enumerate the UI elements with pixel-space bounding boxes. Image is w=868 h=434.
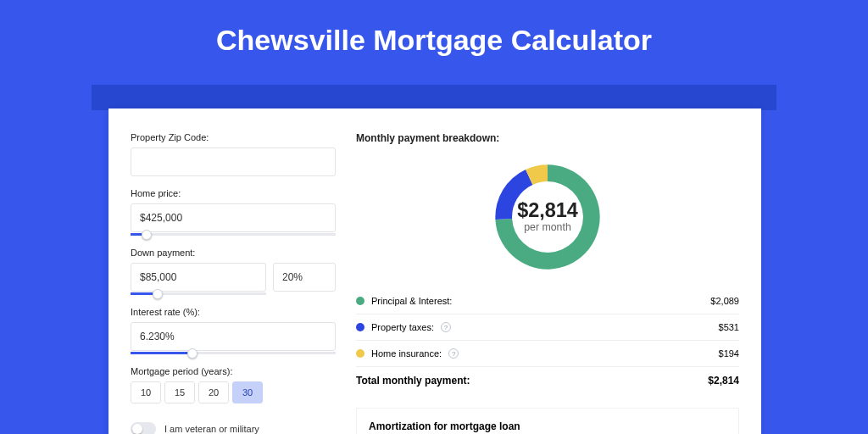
down-payment-percent-input[interactable] (273, 263, 336, 292)
down-payment-label: Down payment: (131, 248, 336, 258)
interest-rate-input[interactable] (131, 322, 336, 351)
legend-label: Principal & Interest: (371, 296, 452, 306)
legend-value: $531 (719, 322, 739, 332)
legend-dot (356, 323, 364, 331)
period-button-15[interactable]: 15 (164, 381, 195, 403)
form-column: Property Zip Code: Home price: Down paym… (131, 132, 336, 434)
breakdown-title: Monthly payment breakdown: (356, 132, 739, 144)
veteran-label: I am veteran or military (164, 424, 259, 434)
donut-center-sublabel: per month (524, 221, 571, 233)
zip-label: Property Zip Code: (131, 132, 336, 142)
legend: Principal & Interest:$2,089Property taxe… (356, 288, 739, 366)
total-label: Total monthly payment: (356, 375, 470, 387)
down-payment-input[interactable] (131, 263, 266, 292)
legend-row: Home insurance:?$194 (356, 340, 739, 366)
legend-value: $194 (719, 348, 739, 359)
total-row: Total monthly payment: $2,814 (356, 366, 739, 394)
period-button-30[interactable]: 30 (232, 381, 263, 403)
breakdown-column: Monthly payment breakdown: $2,814 per mo… (356, 132, 739, 434)
legend-value: $2,089 (710, 296, 739, 306)
home-price-slider[interactable] (131, 233, 336, 236)
donut-chart: $2,814 per month (356, 154, 739, 280)
slider-thumb[interactable] (142, 230, 152, 240)
veteran-toggle[interactable] (131, 422, 156, 434)
legend-label: Property taxes: (371, 322, 434, 332)
info-icon[interactable]: ? (441, 322, 451, 332)
amortization-card: Amortization for mortgage loan Amortizat… (356, 408, 739, 434)
donut-center-amount: $2,814 (517, 199, 578, 221)
home-price-input[interactable] (131, 203, 336, 232)
page-title: Chewsville Mortgage Calculator (0, 0, 868, 57)
amortization-title: Amortization for mortgage loan (369, 420, 726, 432)
slider-fill (131, 352, 192, 354)
info-icon[interactable]: ? (448, 348, 459, 359)
calculator-card: Property Zip Code: Home price: Down paym… (108, 108, 761, 434)
slider-thumb[interactable] (187, 348, 198, 359)
legend-label: Home insurance: (371, 348, 442, 359)
period-button-20[interactable]: 20 (198, 381, 229, 403)
legend-dot (356, 297, 364, 305)
zip-input[interactable] (131, 147, 336, 176)
legend-row: Property taxes:?$531 (356, 314, 739, 340)
period-row: 10152030 (131, 381, 336, 403)
period-button-10[interactable]: 10 (131, 381, 161, 403)
legend-row: Principal & Interest:$2,089 (356, 288, 739, 314)
home-price-label: Home price: (131, 188, 336, 198)
total-value: $2,814 (708, 375, 739, 387)
legend-dot (356, 349, 364, 358)
interest-rate-label: Interest rate (%): (131, 307, 336, 317)
header-stripe (92, 85, 776, 110)
period-label: Mortgage period (years): (131, 366, 336, 376)
slider-thumb[interactable] (153, 289, 163, 299)
